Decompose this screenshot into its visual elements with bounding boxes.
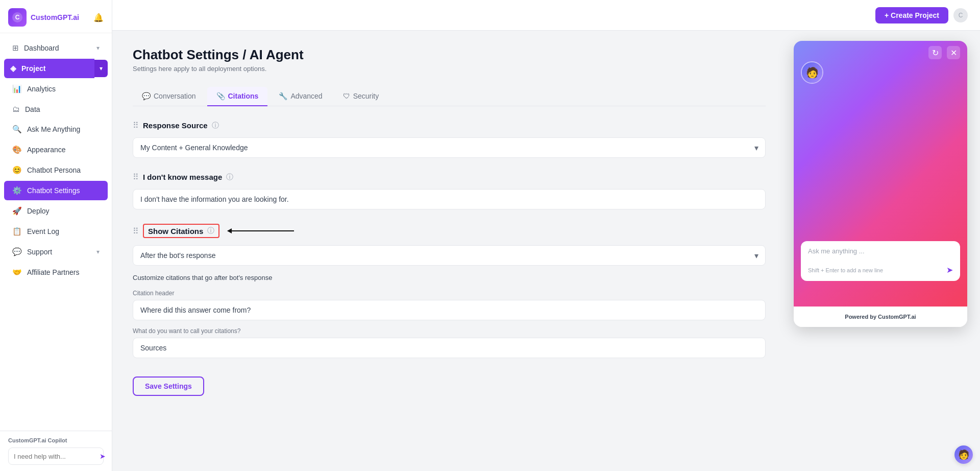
- sidebar-header: C CustomGPT.ai 🔔: [0, 0, 112, 33]
- i-dont-know-input[interactable]: [133, 189, 766, 209]
- citation-header-input[interactable]: [133, 300, 766, 320]
- sidebar-item-project-main[interactable]: ◈ Project: [4, 59, 94, 78]
- search-icon: 🔍: [12, 125, 22, 134]
- response-source-header: ⠿ Response Source ⓘ: [133, 121, 766, 130]
- create-project-button[interactable]: + Create Project: [875, 7, 948, 23]
- sidebar-item-label: Event Log: [27, 227, 59, 236]
- event-log-icon: 📋: [12, 227, 22, 236]
- svg-text:C: C: [15, 14, 20, 21]
- support-icon: 💬: [12, 247, 22, 256]
- sidebar-item-label: Appearance: [27, 146, 66, 154]
- tab-conversation[interactable]: 💬 Conversation: [133, 87, 205, 106]
- sidebar-item-label: Dashboard: [24, 44, 59, 52]
- chatbot-refresh-button[interactable]: ↻: [928, 46, 942, 59]
- corner-avatar[interactable]: 🧑: [954, 445, 973, 464]
- dashboard-icon: ⊞: [12, 43, 19, 53]
- sidebar-item-label: Analytics: [27, 85, 56, 93]
- show-citations-header: ⠿ Show Citations ⓘ: [133, 224, 766, 238]
- appearance-icon: 🎨: [12, 145, 22, 154]
- chatbot-input-footer: Shift + Enter to add a new line ➤: [808, 265, 953, 275]
- sidebar-item-chatbot-persona[interactable]: 😊 Chatbot Persona: [4, 160, 108, 180]
- sidebar-item-label: Chatbot Settings: [27, 186, 80, 195]
- sidebar-item-ask-me-anything[interactable]: 🔍 Ask Me Anything: [4, 120, 108, 139]
- sidebar-item-label: Affiliate Partners: [27, 268, 79, 276]
- drag-icon: ⠿: [133, 226, 139, 236]
- chatbot-gradient-bg: ↻ ✕ 🧑 Ask me anything ... Shift + Enter …: [794, 41, 967, 307]
- tab-citations-label: Citations: [228, 92, 259, 100]
- settings-icon: ⚙️: [12, 186, 22, 195]
- show-citations-section: ⠿ Show Citations ⓘ After the bot's resp: [133, 224, 766, 358]
- sidebar-item-label: Support: [27, 248, 52, 256]
- avatar-image: 🧑: [802, 62, 822, 83]
- loading-indicator: C: [953, 8, 968, 22]
- sidebar-item-label: Ask Me Anything: [27, 125, 80, 133]
- page-title: Chatbot Settings / AI Agent: [133, 47, 766, 63]
- bell-icon[interactable]: 🔔: [93, 13, 104, 22]
- advanced-tab-icon: 🔧: [279, 92, 287, 100]
- content-area: Chatbot Settings / AI Agent Settings her…: [112, 31, 980, 471]
- copilot-send-icon[interactable]: ➤: [100, 452, 106, 460]
- chatbot-input-area: Ask me anything ... Shift + Enter to add…: [801, 241, 960, 281]
- logo-icon: C: [8, 8, 27, 27]
- chatbot-powered-text: Powered by CustomGPT.ai: [845, 314, 916, 320]
- citations-name-label: What do you want to call your citations?: [133, 327, 766, 335]
- response-source-select[interactable]: My Content + General Knowledge My Conten…: [133, 137, 766, 158]
- sidebar-item-analytics[interactable]: 📊 Analytics: [4, 79, 108, 99]
- show-citations-select-wrap: After the bot's response Before the bot'…: [133, 245, 766, 266]
- chatbot-placeholder-text: Ask me anything ...: [808, 247, 953, 255]
- sidebar-item-event-log[interactable]: 📋 Event Log: [4, 222, 108, 241]
- response-source-section: ⠿ Response Source ⓘ My Content + General…: [133, 121, 766, 158]
- response-source-title: Response Source: [143, 121, 208, 130]
- arrow-annotation: [228, 230, 294, 231]
- tab-conversation-label: Conversation: [154, 92, 196, 100]
- chatbot-close-button[interactable]: ✕: [947, 46, 960, 59]
- tab-citations[interactable]: 📎 Citations: [207, 87, 268, 106]
- persona-icon: 😊: [12, 166, 22, 175]
- sidebar-item-dashboard[interactable]: ⊞ Dashboard ▾: [4, 38, 108, 58]
- citations-name-input[interactable]: [133, 338, 766, 358]
- settings-panel: Chatbot Settings / AI Agent Settings her…: [112, 31, 786, 471]
- sidebar-item-label: Project: [21, 64, 45, 73]
- project-icon: ◈: [10, 64, 16, 73]
- response-source-select-wrap: My Content + General Knowledge My Conten…: [133, 137, 766, 158]
- chevron-down-icon: ▾: [96, 44, 100, 52]
- tab-security[interactable]: 🛡 Security: [334, 87, 388, 106]
- chatbot-window: ↻ ✕ 🧑 Ask me anything ... Shift + Enter …: [794, 41, 967, 327]
- sidebar-item-support[interactable]: 💬 Support ▾: [4, 242, 108, 262]
- topbar: + Create Project C: [112, 0, 980, 31]
- deploy-icon: 🚀: [12, 206, 22, 216]
- security-tab-icon: 🛡: [343, 92, 350, 100]
- sidebar-item-affiliate-partners[interactable]: 🤝 Affiliate Partners: [4, 263, 108, 282]
- sidebar-nav: ⊞ Dashboard ▾ ◈ Project ▾ 📊 Analytics 🗂 …: [0, 33, 112, 431]
- sidebar-item-label: Chatbot Persona: [27, 166, 81, 174]
- sidebar-item-label: Data: [25, 105, 40, 113]
- customize-label: Customize citations that go after bot's …: [133, 274, 766, 281]
- sidebar-item-data[interactable]: 🗂 Data: [4, 100, 108, 119]
- chatbot-send-icon[interactable]: ➤: [946, 265, 953, 275]
- show-citations-info-icon[interactable]: ⓘ: [207, 226, 214, 236]
- show-citations-title: Show Citations: [148, 227, 203, 236]
- logo-text: CustomGPT.ai: [31, 13, 79, 21]
- page-subtitle: Settings here apply to all deployment op…: [133, 65, 766, 73]
- chatbot-hint-text: Shift + Enter to add a new line: [808, 267, 883, 273]
- i-dont-know-info-icon[interactable]: ⓘ: [226, 173, 233, 182]
- tab-advanced[interactable]: 🔧 Advanced: [270, 87, 331, 106]
- data-icon: 🗂: [12, 105, 20, 113]
- sidebar-item-deploy[interactable]: 🚀 Deploy: [4, 201, 108, 221]
- preview-panel: ↻ ✕ 🧑 Ask me anything ... Shift + Enter …: [786, 31, 980, 471]
- copilot-title: CustomGPT.ai Copilot: [8, 437, 104, 443]
- save-settings-button[interactable]: Save Settings: [133, 376, 204, 396]
- sidebar-item-label: Deploy: [27, 207, 50, 215]
- sidebar-item-project-chevron[interactable]: ▾: [94, 60, 108, 77]
- show-citations-select[interactable]: After the bot's response Before the bot'…: [133, 245, 766, 266]
- analytics-icon: 📊: [12, 84, 22, 93]
- drag-icon: ⠿: [133, 172, 139, 182]
- copilot-input-wrap: ➤: [8, 448, 104, 465]
- response-source-info-icon[interactable]: ⓘ: [212, 121, 219, 130]
- sidebar-item-appearance[interactable]: 🎨 Appearance: [4, 140, 108, 159]
- conversation-tab-icon: 💬: [142, 92, 151, 100]
- sidebar: C CustomGPT.ai 🔔 ⊞ Dashboard ▾ ◈ Project…: [0, 0, 112, 471]
- i-dont-know-header: ⠿ I don't know message ⓘ: [133, 172, 766, 182]
- copilot-input[interactable]: [14, 453, 100, 460]
- sidebar-item-chatbot-settings[interactable]: ⚙️ Chatbot Settings: [4, 181, 108, 200]
